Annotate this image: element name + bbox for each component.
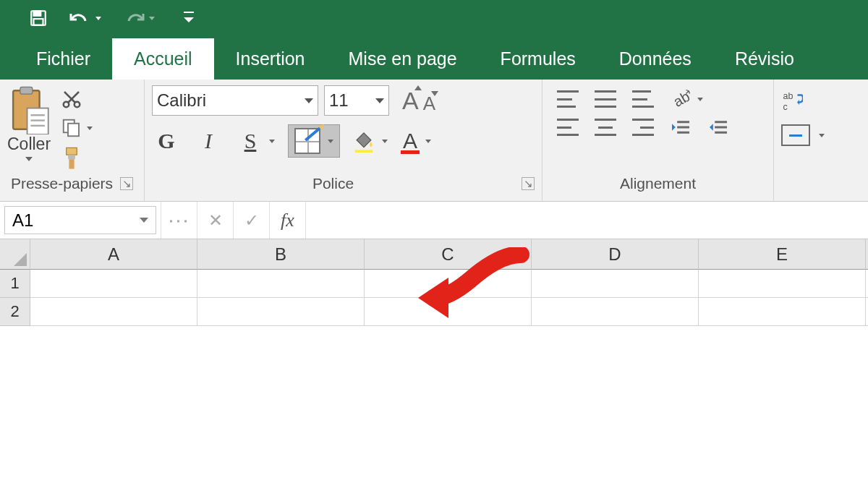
clipboard-launcher-icon[interactable]: ↘ — [120, 177, 133, 190]
enter-formula-button[interactable]: ✓ — [233, 202, 269, 239]
tab-insertion[interactable]: Insertion — [214, 38, 327, 80]
scissors-icon — [61, 88, 82, 110]
group-clipboard-label: Presse-papiers — [11, 175, 113, 192]
cell[interactable] — [197, 298, 365, 326]
tab-accueil[interactable]: Accueil — [112, 38, 214, 80]
align-top-button[interactable] — [557, 90, 579, 108]
paste-button[interactable]: Coller — [7, 85, 56, 171]
font-color-dropdown-icon[interactable] — [425, 140, 431, 143]
formula-input[interactable] — [305, 202, 868, 239]
cell[interactable] — [365, 270, 532, 298]
fill-color-button[interactable] — [353, 129, 388, 153]
decrease-font-size-button[interactable]: A — [423, 93, 435, 115]
column-header[interactable]: B — [197, 239, 365, 270]
formula-bar-options-button[interactable]: ⋮ — [161, 202, 197, 239]
redo-button[interactable] — [123, 7, 155, 29]
name-box-dropdown-icon[interactable] — [140, 218, 148, 223]
tab-formules[interactable]: Formules — [479, 38, 597, 80]
svg-rect-1 — [34, 11, 41, 16]
svg-text:ab: ab — [783, 91, 793, 101]
cell[interactable] — [699, 298, 866, 326]
column-header[interactable]: C — [365, 239, 532, 270]
row-header[interactable]: 1 — [0, 270, 30, 298]
column-header[interactable]: D — [532, 239, 699, 270]
row-header[interactable]: 2 — [0, 298, 30, 326]
borders-dropdown-icon[interactable] — [328, 140, 333, 143]
font-color-bar — [401, 150, 420, 154]
cell[interactable] — [532, 298, 699, 326]
chevron-down-icon[interactable] — [375, 98, 384, 103]
decrease-indent-button[interactable] — [670, 119, 692, 136]
font-name-value: Calibri — [157, 90, 206, 111]
svg-rect-2 — [34, 19, 43, 25]
column-header[interactable]: E — [699, 239, 866, 270]
paste-label: Coller — [7, 134, 51, 154]
align-middle-button[interactable] — [595, 90, 616, 108]
orientation-icon: ab — [670, 88, 692, 110]
orientation-dropdown-icon[interactable] — [697, 98, 703, 101]
cell[interactable] — [30, 298, 197, 326]
borders-button[interactable] — [288, 124, 340, 158]
quick-access-toolbar — [0, 0, 868, 36]
svg-rect-3 — [184, 12, 194, 13]
name-box[interactable]: A1 — [4, 206, 156, 234]
underline-button[interactable]: S — [236, 129, 265, 153]
font-launcher-icon[interactable]: ↘ — [522, 177, 535, 190]
align-right-button[interactable] — [632, 119, 654, 136]
orientation-button[interactable]: ab — [670, 88, 692, 110]
svg-rect-18 — [355, 150, 373, 153]
column-header[interactable]: A — [30, 239, 197, 270]
paintbrush-icon — [61, 146, 82, 171]
increase-font-size-button[interactable]: A — [402, 87, 419, 115]
wrap-text-icon: abc — [781, 90, 803, 111]
svg-rect-5 — [20, 87, 33, 94]
group-alignment: ab Alignement — [542, 80, 774, 201]
chevron-down-icon[interactable] — [305, 98, 313, 103]
svg-rect-15 — [68, 124, 79, 137]
undo-button[interactable] — [69, 7, 101, 29]
clipboard-paste-icon — [7, 85, 51, 134]
customize-qat-button[interactable] — [184, 7, 194, 29]
cell[interactable] — [532, 270, 699, 298]
select-all-corner[interactable] — [0, 239, 30, 270]
cell[interactable] — [30, 270, 197, 298]
group-alignment-label: Alignement — [620, 175, 696, 192]
paste-dropdown-icon[interactable] — [25, 157, 33, 161]
cell[interactable] — [197, 270, 365, 298]
font-size-value: 11 — [329, 90, 349, 111]
cell[interactable] — [699, 270, 866, 298]
increase-indent-button[interactable] — [707, 119, 729, 136]
paint-bucket-icon — [353, 129, 375, 153]
merge-dropdown-icon[interactable] — [819, 134, 825, 137]
wrap-text-button[interactable]: abc — [781, 90, 854, 111]
ribbon: Coller Presse-papiers ↘ — [0, 80, 868, 202]
font-size-combo[interactable]: 11 — [324, 85, 389, 116]
format-painter-button[interactable] — [61, 146, 93, 171]
save-button[interactable] — [29, 7, 48, 29]
worksheet-grid: 1 2 A B C D E — [0, 239, 868, 326]
align-left-button[interactable] — [557, 119, 579, 136]
borders-icon — [294, 128, 320, 154]
copy-icon — [61, 117, 82, 139]
italic-button[interactable]: I — [194, 129, 223, 153]
align-bottom-button[interactable] — [632, 90, 654, 108]
fill-color-dropdown-icon[interactable] — [382, 140, 388, 143]
insert-function-button[interactable]: fx — [269, 202, 305, 239]
tab-mise-en-page[interactable]: Mise en page — [327, 38, 479, 80]
cut-button[interactable] — [61, 88, 93, 110]
align-center-button[interactable] — [595, 119, 616, 136]
ribbon-tabs: Fichier Accueil Insertion Mise en page F… — [0, 36, 868, 80]
tab-revision[interactable]: Révisio — [713, 38, 816, 80]
font-color-button[interactable]: A — [401, 129, 420, 154]
name-box-value: A1 — [12, 210, 33, 231]
font-name-combo[interactable]: Calibri — [152, 85, 318, 116]
svg-rect-16 — [67, 147, 77, 155]
cell[interactable] — [365, 298, 532, 326]
copy-button[interactable] — [61, 117, 93, 139]
tab-fichier[interactable]: Fichier — [14, 38, 112, 80]
cancel-formula-button[interactable]: ✕ — [197, 202, 233, 239]
underline-dropdown-icon[interactable] — [269, 140, 275, 143]
tab-donnees[interactable]: Données — [597, 38, 713, 80]
bold-button[interactable]: G — [152, 129, 181, 153]
merge-center-button[interactable] — [781, 124, 810, 146]
